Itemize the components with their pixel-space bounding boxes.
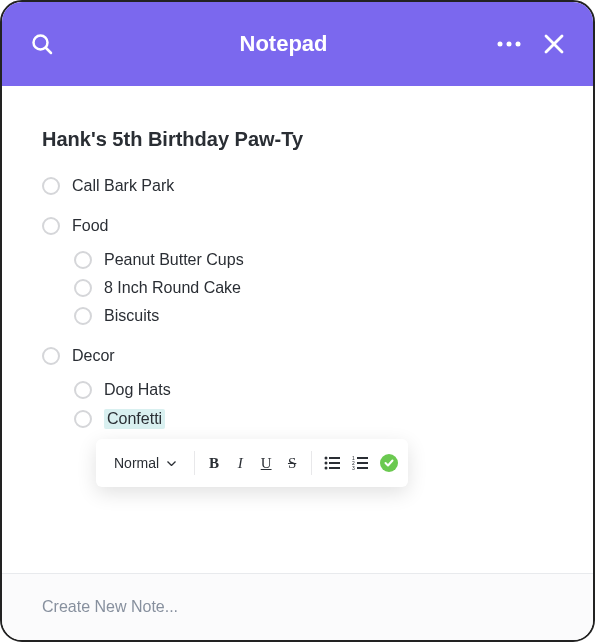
check-item-label: Dog Hats: [104, 381, 171, 399]
checkbox-icon[interactable]: [42, 217, 60, 235]
app-title: Notepad: [70, 31, 497, 57]
check-item[interactable]: Call Bark Park: [42, 177, 553, 195]
checkbox-icon[interactable]: [74, 307, 92, 325]
numbered-list-button[interactable]: 1 2 3: [348, 449, 372, 477]
checkbox-icon[interactable]: [74, 410, 92, 428]
format-toolbar: Normal B I U S: [96, 439, 408, 487]
svg-rect-18: [357, 467, 368, 469]
check-item[interactable]: Decor: [42, 347, 553, 365]
check-item[interactable]: Confetti: [74, 409, 553, 429]
checkbox-icon[interactable]: [74, 381, 92, 399]
header-right: [497, 33, 565, 55]
check-group: Food Peanut Butter Cups 8 Inch Round Cak…: [42, 217, 553, 325]
check-group: Call Bark Park: [42, 177, 553, 195]
note-content: Hank's 5th Birthday Paw-Ty Call Bark Par…: [2, 86, 593, 573]
check-group: Decor Dog Hats Confetti: [42, 347, 553, 429]
check-icon: [384, 459, 394, 467]
new-note-input[interactable]: [42, 598, 553, 616]
check-item-label: Call Bark Park: [72, 177, 174, 195]
check-item[interactable]: Peanut Butter Cups: [74, 251, 553, 269]
check-item[interactable]: Biscuits: [74, 307, 553, 325]
svg-rect-12: [329, 467, 340, 469]
footer: [2, 573, 593, 640]
svg-rect-16: [357, 462, 368, 464]
svg-rect-14: [357, 457, 368, 459]
header-left: [30, 32, 70, 56]
checkbox-icon[interactable]: [74, 279, 92, 297]
checkbox-icon[interactable]: [42, 347, 60, 365]
chevron-down-icon: [167, 461, 176, 466]
check-item-label: Food: [72, 217, 108, 235]
svg-line-1: [46, 48, 51, 53]
check-item[interactable]: Dog Hats: [74, 381, 553, 399]
bullet-list-icon: [324, 456, 340, 470]
note-title[interactable]: Hank's 5th Birthday Paw-Ty: [42, 128, 553, 151]
check-item-label: Confetti: [104, 409, 165, 429]
svg-rect-10: [329, 462, 340, 464]
svg-point-4: [516, 42, 521, 47]
underline-button[interactable]: U: [255, 449, 277, 477]
close-icon[interactable]: [543, 33, 565, 55]
bold-button[interactable]: B: [203, 449, 225, 477]
check-item-label: Biscuits: [104, 307, 159, 325]
svg-point-7: [325, 457, 328, 460]
italic-button[interactable]: I: [229, 449, 251, 477]
divider: [311, 451, 312, 475]
app-window: Notepad Hank's 5th Birthday Paw-Ty: [0, 0, 595, 642]
style-dropdown-label: Normal: [114, 455, 159, 471]
check-item[interactable]: 8 Inch Round Cake: [74, 279, 553, 297]
divider: [194, 451, 195, 475]
svg-point-11: [325, 467, 328, 470]
checkbox-icon[interactable]: [42, 177, 60, 195]
svg-point-2: [498, 42, 503, 47]
check-item-label: Decor: [72, 347, 115, 365]
sub-items: Peanut Butter Cups 8 Inch Round Cake Bis…: [42, 251, 553, 325]
sub-items: Dog Hats Confetti: [42, 381, 553, 429]
svg-text:3: 3: [352, 465, 355, 470]
strikethrough-button[interactable]: S: [281, 449, 303, 477]
check-item-label: Peanut Butter Cups: [104, 251, 244, 269]
confirm-button[interactable]: [380, 454, 398, 472]
bullet-list-button[interactable]: [320, 449, 344, 477]
check-item-label: 8 Inch Round Cake: [104, 279, 241, 297]
header-bar: Notepad: [2, 2, 593, 86]
check-item[interactable]: Food: [42, 217, 553, 235]
numbered-list-icon: 1 2 3: [352, 456, 368, 470]
search-icon[interactable]: [30, 32, 54, 56]
style-dropdown[interactable]: Normal: [106, 439, 186, 487]
checkbox-icon[interactable]: [74, 251, 92, 269]
svg-rect-8: [329, 457, 340, 459]
more-icon[interactable]: [497, 41, 521, 47]
svg-point-3: [507, 42, 512, 47]
svg-point-9: [325, 462, 328, 465]
checklist: Call Bark Park Food Peanut Butter Cups 8…: [42, 177, 553, 429]
